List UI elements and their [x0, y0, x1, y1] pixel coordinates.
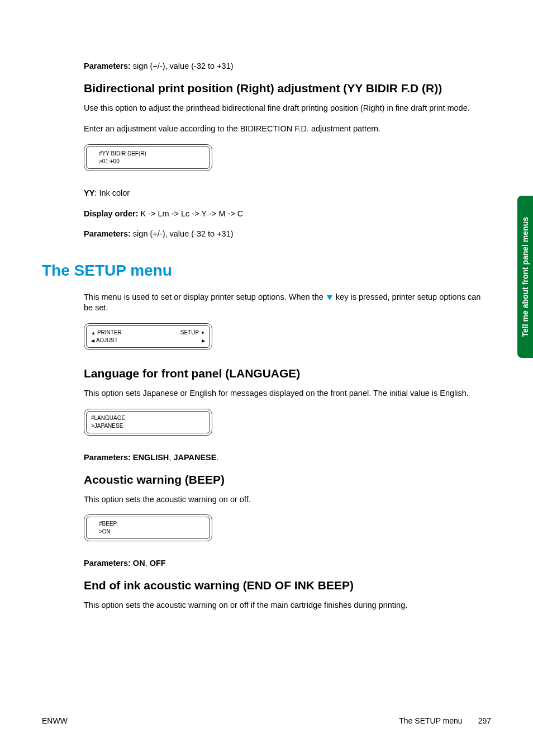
- bidir-right-desc-1: Use this option to adjust the printhead …: [42, 103, 491, 114]
- display-order-value: K -> Lm -> Lc -> Y -> M -> C: [141, 209, 244, 218]
- display-order-label: Display order:: [84, 209, 139, 218]
- lcd-line-1: #LANGUAGE: [91, 414, 205, 422]
- param-off: OFF: [150, 559, 166, 568]
- parameters-label: Parameters:: [84, 229, 131, 238]
- page-number: 297: [478, 716, 491, 725]
- footer: ENWW The SETUP menu 297: [42, 716, 491, 725]
- lcd-inner: PRINTER SETUP ADJUST: [86, 325, 210, 348]
- beep-heading: Acoustic warning (BEEP): [42, 473, 491, 486]
- side-tab-text: Tell me about front panel menus: [521, 217, 530, 337]
- end-ink-beep-heading: End of ink acoustic warning (END OF INK …: [42, 579, 491, 592]
- parameters-value: sign (+/-), value (-32 to +31): [133, 62, 234, 70]
- parameters-label: Parameters:: [84, 62, 131, 70]
- lcd-row-1: PRINTER SETUP: [91, 329, 205, 337]
- lcd-printer-label: PRINTER: [91, 329, 122, 337]
- yy-label: YY: [84, 188, 94, 197]
- side-tab: Tell me about front panel menus: [517, 196, 533, 358]
- lcd-row-2: ADJUST: [91, 337, 205, 344]
- bidir-right-desc-2: Enter an adjustment value according to t…: [42, 124, 491, 134]
- lcd-setup: PRINTER SETUP ADJUST: [84, 323, 212, 350]
- parameters-value: sign (+/-), value (-32 to +31): [133, 229, 234, 238]
- lcd-inner: #YY BIDIR DEF(R) >01:+00: [86, 147, 210, 169]
- setup-intro: This menu is used to set or display prin…: [42, 292, 491, 313]
- end-ink-beep-desc: This option sets the acoustic warning on…: [42, 600, 491, 611]
- language-parameters: Parameters: ENGLISH, JAPANESE.: [42, 452, 491, 463]
- lcd-setup-label: SETUP: [180, 329, 205, 337]
- footer-right: The SETUP menu 297: [399, 716, 491, 725]
- param-on: Parameters: ON: [84, 559, 145, 568]
- beep-parameters: Parameters: ON, OFF: [42, 558, 491, 569]
- page: Tell me about front panel menus Paramete…: [0, 0, 533, 756]
- display-order-line: Display order: K -> Lm -> Lc -> Y -> M -…: [42, 209, 491, 219]
- param-english: Parameters: ENGLISH: [84, 453, 169, 462]
- lcd-inner: #BEEP >ON: [86, 517, 210, 539]
- param-end: .: [216, 453, 218, 462]
- lcd-right-arrow: [200, 337, 205, 344]
- lcd-line-1: #BEEP: [91, 520, 205, 528]
- lcd-line-2: >ON: [91, 528, 205, 536]
- footer-section-title: The SETUP menu: [399, 716, 462, 725]
- yy-ink-color: YY: Ink color: [42, 188, 491, 199]
- bidir-parameters-line: Parameters: sign (+/-), value (-32 to +3…: [42, 229, 491, 239]
- param-sep: ,: [145, 559, 150, 568]
- lcd-language: #LANGUAGE >JAPANESE: [84, 409, 212, 436]
- language-desc: This option sets Japanese or English for…: [42, 388, 491, 399]
- lcd-bidir-right: #YY BIDIR DEF(R) >01:+00: [84, 144, 212, 171]
- lcd-line-2: >JAPANESE: [91, 422, 205, 430]
- language-heading: Language for front panel (LANGUAGE): [42, 367, 491, 380]
- beep-desc: This option sets the acoustic warning on…: [42, 494, 491, 505]
- lcd-inner: #LANGUAGE >JAPANESE: [86, 411, 210, 433]
- down-arrow-icon: [327, 295, 332, 300]
- lcd-adjust-label: ADJUST: [91, 337, 118, 344]
- yy-desc: : Ink color: [94, 188, 130, 197]
- setup-intro-before: This menu is used to set or display prin…: [84, 292, 326, 301]
- top-parameters-line: Parameters: sign (+/-), value (-32 to +3…: [42, 62, 491, 70]
- lcd-beep: #BEEP >ON: [84, 514, 212, 541]
- bidir-right-heading: Bidirectional print position (Right) adj…: [42, 82, 491, 95]
- lcd-line-1: #YY BIDIR DEF(R): [91, 150, 205, 158]
- param-japanese: JAPANESE: [173, 453, 216, 462]
- lcd-line-2: >01:+00: [91, 158, 205, 166]
- footer-left: ENWW: [42, 716, 68, 725]
- setup-menu-heading: The SETUP menu: [42, 262, 491, 280]
